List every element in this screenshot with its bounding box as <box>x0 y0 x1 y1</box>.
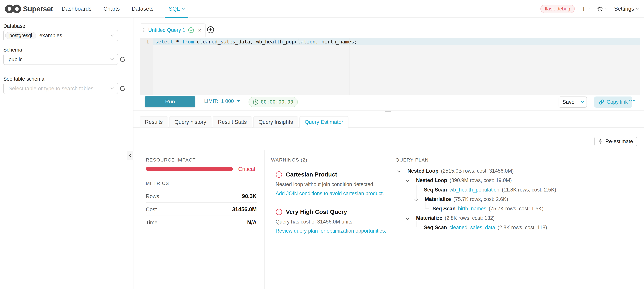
tab-result-stats[interactable]: Result Stats <box>213 116 252 128</box>
tab-results[interactable]: Results <box>140 116 168 128</box>
run-button[interactable]: Run <box>145 96 195 107</box>
warning-title: Cartesian Product <box>286 171 337 178</box>
warning-description: Query has cost of 31456.0M units. <box>276 219 354 225</box>
panel-resizer-line <box>134 110 644 110</box>
plus-icon: + <box>582 5 586 12</box>
chevron-down-icon[interactable] <box>406 179 409 182</box>
metric-row-rows: Rows 90.3K <box>146 190 256 203</box>
table-link[interactable]: birth_names <box>458 206 486 212</box>
warning-suggestion-link[interactable]: Add JOIN conditions to avoid cartesian p… <box>276 191 384 196</box>
table-link[interactable]: wb_health_population <box>450 187 499 193</box>
database-select-value: examples <box>40 32 62 38</box>
warning-title: Very High Cost Query <box>286 209 347 215</box>
nav-item-charts[interactable]: Charts <box>102 0 121 18</box>
tab-query-history[interactable]: Query history <box>169 116 212 128</box>
editor-toolbar: Run LIMIT: 1 000 00:00:00.00 Save <box>134 95 644 110</box>
schema-label: Schema <box>3 47 22 53</box>
tree-branch-connector <box>416 185 420 190</box>
metric-value: N/A <box>247 219 257 226</box>
table-select-placeholder: Select table or type to search tables <box>8 85 94 92</box>
warning-suggestion-link[interactable]: Review query plan for optimization oppor… <box>276 228 386 234</box>
limit-dropdown[interactable]: LIMIT: 1 000 <box>204 98 240 104</box>
warning-icon <box>276 171 282 178</box>
reestimate-button[interactable]: Re-estimate <box>594 137 637 146</box>
resource-impact-heading: RESOURCE IMPACT <box>146 157 196 163</box>
save-options-button[interactable] <box>578 96 587 108</box>
settings-menu[interactable]: Settings <box>614 5 638 12</box>
nav-item-dashboards[interactable]: Dashboards <box>61 0 92 18</box>
tab-query-estimator[interactable]: Query Estimator <box>300 116 348 128</box>
collapse-sidebar-button[interactable] <box>127 151 134 160</box>
check-circle-icon <box>188 27 194 33</box>
chevron-down-icon <box>636 7 638 9</box>
settings-label: Settings <box>614 5 634 12</box>
nav-item-sql[interactable]: SQL <box>164 0 188 18</box>
sql-lab-app: Superset Dashboards Charts Datasets SQL … <box>0 0 644 289</box>
save-split-button: Save <box>558 96 587 108</box>
brand-name: Superset <box>23 5 53 13</box>
chevron-down-icon[interactable] <box>414 197 418 201</box>
tree-last-connector <box>416 221 420 227</box>
schema-select[interactable]: public <box>3 54 118 65</box>
save-button[interactable]: Save <box>558 96 578 108</box>
plan-node: Seq Scan birth_names (75.7K rows, cost: … <box>432 206 544 212</box>
resource-impact-level: Critical <box>238 166 255 172</box>
limit-label: LIMIT: <box>204 98 218 104</box>
refresh-schemas-icon[interactable] <box>120 56 126 63</box>
query-tab-title: Untitled Query 1 <box>148 27 185 33</box>
database-select[interactable]: postgresql examples <box>3 30 118 41</box>
limit-value: 1 000 <box>221 98 234 104</box>
chevron-down-icon[interactable] <box>397 169 400 173</box>
metric-value: 90.3K <box>242 193 257 199</box>
copy-link-label: Copy link <box>606 99 628 105</box>
nav-menu: Dashboards Charts Datasets SQL <box>61 0 188 18</box>
drag-handle-icon[interactable] <box>143 28 146 32</box>
active-nav-underline <box>164 17 188 18</box>
metric-row-time: Time N/A <box>146 216 256 229</box>
plan-node: Nested Loop (2515.0B rows, cost: 31456.0… <box>408 168 514 174</box>
sidebar: Database postgresql examples Schema publ… <box>0 18 134 289</box>
column-divider <box>389 150 389 289</box>
table-select[interactable]: Select table or type to search tables <box>3 83 118 94</box>
close-tab-icon[interactable]: × <box>198 27 201 33</box>
editor-gutter: 1 <box>140 38 153 95</box>
query-editor-tab[interactable]: Untitled Query 1 × <box>140 23 206 36</box>
environment-tag: flask-debug <box>540 5 575 13</box>
caret-down-icon <box>237 100 240 102</box>
chevron-down-icon <box>581 100 584 103</box>
schema-select-value: public <box>8 56 22 62</box>
new-item-menu[interactable]: + <box>582 5 590 12</box>
superset-logo-icon <box>5 3 22 14</box>
chevron-down-icon <box>110 33 114 36</box>
copy-link-button[interactable]: Copy link <box>594 96 632 108</box>
tree-last-connector <box>425 202 429 209</box>
clock-icon <box>253 99 258 105</box>
new-query-tab-button[interactable] <box>207 26 214 33</box>
panel-top-border <box>139 150 644 150</box>
navbar: Superset Dashboards Charts Datasets SQL … <box>0 0 644 18</box>
theme-menu[interactable] <box>597 6 607 12</box>
print-margin-line <box>349 38 350 95</box>
query-timer: 00:00:00.00 <box>248 97 298 107</box>
chevron-down-icon[interactable] <box>406 216 409 220</box>
tab-query-insights[interactable]: Query Insights <box>253 116 298 128</box>
tree-guide-line <box>408 185 408 217</box>
superset-logo[interactable]: Superset <box>5 3 53 14</box>
column-divider <box>264 150 264 289</box>
chevron-down-icon <box>605 7 608 9</box>
more-options-icon[interactable] <box>629 100 634 101</box>
metric-label: Time <box>146 220 158 226</box>
warning-item: Very High Cost Query <box>276 209 347 215</box>
sql-editor[interactable]: 1 select * from cleaned_sales_data, wb_h… <box>140 38 640 95</box>
chevron-down-icon <box>110 57 114 60</box>
resource-impact-bar <box>146 167 233 171</box>
nav-item-datasets[interactable]: Datasets <box>131 0 154 18</box>
chevron-down-icon <box>182 7 185 9</box>
results-tabbar: Results Query history Result Stats Query… <box>134 116 644 128</box>
refresh-tables-icon[interactable] <box>120 85 126 92</box>
panel-resizer-handle[interactable] <box>385 111 390 114</box>
metrics-heading: METRICS <box>146 181 169 186</box>
metric-row-cost: Cost 31456.0M <box>146 203 256 216</box>
navbar-right: flask-debug + <box>540 0 638 18</box>
table-link[interactable]: cleaned_sales_data <box>450 225 495 230</box>
